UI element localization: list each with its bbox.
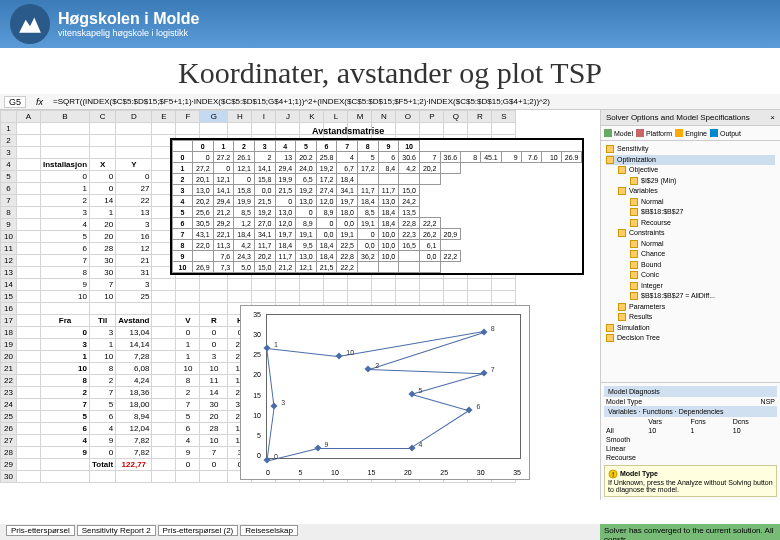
plot-point xyxy=(314,444,321,451)
tree-item[interactable]: Conic xyxy=(606,270,775,281)
folder-icon xyxy=(618,166,626,174)
folder-icon xyxy=(618,187,626,195)
plot-point xyxy=(466,407,473,414)
solver-title: Solver Options and Model Specifications xyxy=(606,113,750,122)
formula-bar: G5 fx =SQRT((INDEX($C$5:$D$15;$F5+1;1)·I… xyxy=(0,94,780,110)
tree-item[interactable]: Optimization xyxy=(606,155,775,166)
tree-item[interactable]: Decision Tree xyxy=(606,333,775,344)
tree-item[interactable]: Objective xyxy=(606,165,775,176)
solver-tab[interactable]: Output xyxy=(710,129,741,137)
tree-item[interactable]: Recourse xyxy=(606,218,775,229)
tree-item[interactable]: Normal xyxy=(606,197,775,208)
tree-item[interactable]: Normal xyxy=(606,239,775,250)
folder-icon xyxy=(630,208,638,216)
tree-item[interactable]: $B$18:$B$27 xyxy=(606,207,775,218)
solver-tab[interactable]: Platform xyxy=(636,129,672,137)
plot-point xyxy=(480,328,487,335)
name-box[interactable]: G5 xyxy=(4,96,26,108)
folder-icon xyxy=(618,303,626,311)
folder-icon xyxy=(606,145,614,153)
folder-icon xyxy=(606,334,614,342)
close-icon[interactable]: × xyxy=(770,113,775,122)
svg-text:!: ! xyxy=(612,470,614,479)
plot-point xyxy=(480,369,487,376)
sheet-tab[interactable]: Reiseselskap xyxy=(240,525,298,536)
sheet-tab[interactable]: Pris-etterspørsel xyxy=(6,525,75,536)
folder-icon xyxy=(618,229,626,237)
tree-item[interactable]: Constraints xyxy=(606,228,775,239)
folder-icon xyxy=(630,292,638,300)
folder-icon xyxy=(630,219,638,227)
tree-item[interactable]: Chance xyxy=(606,249,775,260)
folder-icon xyxy=(606,156,614,164)
tree-item[interactable]: $I$29 (Min) xyxy=(606,176,775,187)
folder-icon xyxy=(630,240,638,248)
status-bar: Pris-etterspørselSensitivity Report 2Pri… xyxy=(0,524,780,540)
folder-icon xyxy=(630,250,638,258)
plot-point xyxy=(271,403,278,410)
tree-item[interactable]: $B$18:$B$27 = AllDiff... xyxy=(606,291,775,302)
tree-item[interactable]: Results xyxy=(606,312,775,323)
org-sub: vitenskapelig høgskole i logistikk xyxy=(58,28,199,38)
folder-icon xyxy=(630,282,638,290)
app-header: Høgskolen i Molde vitenskapelig høgskole… xyxy=(0,0,780,48)
tsp-plot: 35302520151050 031108275649 051015202530… xyxy=(240,305,530,480)
folder-icon xyxy=(630,261,638,269)
solver-tab[interactable]: Engine xyxy=(675,129,707,137)
distance-matrix: 0123456789100027.226.121320.225.845630.6… xyxy=(170,138,584,275)
sheet-tab[interactable]: Pris-etterspørsel (2) xyxy=(158,525,239,536)
model-type-note: ! Model Type If Unknown, press the Analy… xyxy=(604,465,777,497)
solver-panel: Solver Options and Model Specifications … xyxy=(600,110,780,500)
plot-point xyxy=(336,353,343,360)
tree-item[interactable]: Variables xyxy=(606,186,775,197)
tree-item[interactable]: Sensitivity xyxy=(606,144,775,155)
folder-icon xyxy=(630,271,638,279)
tree-item[interactable]: Integer xyxy=(606,281,775,292)
org-name: Høgskolen i Molde xyxy=(58,10,199,28)
model-diagnosis: Model Diagnosis Model TypeNSP Variables … xyxy=(601,382,780,500)
diag-title: Model Diagnosis xyxy=(604,386,777,397)
matrix-title: Avstandsmatrise xyxy=(312,126,384,136)
folder-icon xyxy=(618,313,626,321)
folder-icon xyxy=(630,198,638,206)
formula-text[interactable]: =SQRT((INDEX($C$5:$D$15;$F5+1;1)·INDEX($… xyxy=(53,97,550,106)
plot-point xyxy=(263,456,270,463)
tree-item[interactable]: Parameters xyxy=(606,302,775,313)
tree-item[interactable]: Bound xyxy=(606,260,775,271)
folder-icon xyxy=(630,177,638,185)
sheet-tab[interactable]: Sensitivity Report 2 xyxy=(77,525,156,536)
solver-tab[interactable]: Model xyxy=(604,129,633,137)
solver-status: Solver has converged to the current solu… xyxy=(600,524,780,540)
fx-icon[interactable]: fx xyxy=(36,97,43,107)
slide-title: Koordinater, avstander og plot TSP xyxy=(0,48,780,94)
plot-point xyxy=(408,390,415,397)
plot-point xyxy=(365,365,372,372)
spreadsheet-area[interactable]: ABCDEFGHIJKLMNOPQRS1234InstallasjonXY500… xyxy=(0,110,600,500)
plot-point xyxy=(263,345,270,352)
logo-icon xyxy=(10,4,50,44)
tree-item[interactable]: Simulation xyxy=(606,323,775,334)
folder-icon xyxy=(606,324,614,332)
